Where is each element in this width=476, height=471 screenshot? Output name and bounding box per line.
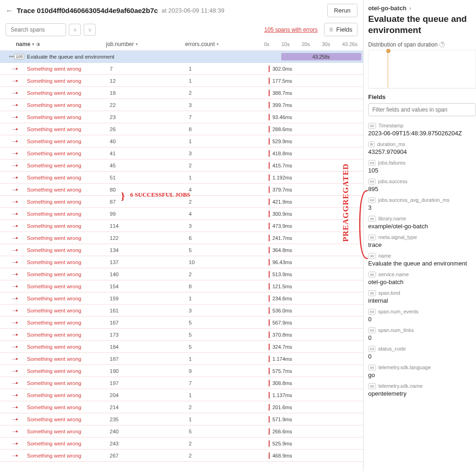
span-job-number: 154 bbox=[110, 284, 189, 289]
field-block[interactable]: str Timestamp 2023-06-09T15:48:39.875026… bbox=[368, 123, 476, 137]
span-row[interactable]: Something went wrong 167 5 567.9ms bbox=[0, 317, 363, 329]
span-row[interactable]: Something went wrong 190 9 575.7ms bbox=[0, 365, 363, 377]
field-block[interactable]: str telemetry.sdk.name opentelemetry bbox=[368, 383, 476, 397]
back-arrow-icon[interactable]: ← bbox=[6, 7, 13, 15]
breadcrumb[interactable]: otel-go-batch › bbox=[368, 5, 476, 12]
span-row[interactable]: Something went wrong 87 2 421.9ms bbox=[0, 196, 363, 208]
field-block[interactable]: str meta.signal_type trace bbox=[368, 234, 476, 248]
filter-fields-input[interactable] bbox=[368, 103, 476, 116]
span-job-number: 22 bbox=[110, 102, 189, 108]
span-name: Something went wrong bbox=[24, 344, 110, 350]
span-duration-label: 1.192ms bbox=[272, 175, 292, 180]
field-block[interactable]: int jobs.success_avg_duration_ms 3 bbox=[368, 197, 476, 211]
span-row[interactable]: Something went wrong 187 1 1.174ms bbox=[0, 353, 363, 365]
span-row[interactable]: Something went wrong 18 2 388.7ms bbox=[0, 87, 363, 99]
span-job-number: 187 bbox=[110, 356, 189, 362]
span-job-number: 114 bbox=[110, 223, 189, 229]
span-row[interactable]: Something went wrong 184 5 324.7ms bbox=[0, 341, 363, 353]
span-timeline-cell: 324.7ms bbox=[268, 341, 363, 352]
span-duration-tick bbox=[269, 162, 270, 169]
field-block[interactable]: str library.name example/otel-go-batch bbox=[368, 216, 476, 230]
span-duration-tick bbox=[269, 404, 270, 411]
field-label: str telemetry.sdk.language bbox=[368, 365, 476, 371]
field-block[interactable]: int span.num_events 0 bbox=[368, 309, 476, 323]
col-name[interactable]: name ▾ ◑ bbox=[16, 41, 106, 47]
field-block[interactable]: str service.name otel-go-batch bbox=[368, 272, 476, 285]
span-row[interactable]: Something went wrong 22 3 399.7ms bbox=[0, 99, 363, 111]
field-block[interactable]: int status_code 0 bbox=[368, 346, 476, 360]
span-row[interactable]: Something went wrong 51 1 1.192ms bbox=[0, 172, 363, 184]
span-grid[interactable]: ••• 105 Evaluate the queue and environme… bbox=[0, 51, 363, 471]
span-errors-count: 10 bbox=[189, 259, 268, 265]
span-row[interactable]: Something went wrong 267 2 468.9ms bbox=[0, 450, 363, 462]
type-badge: flt bbox=[368, 141, 375, 147]
search-spans-input[interactable] bbox=[6, 23, 66, 36]
span-row[interactable]: Something went wrong 134 5 364.8ms bbox=[0, 244, 363, 256]
span-row[interactable]: Something went wrong 214 2 201.6ms bbox=[0, 401, 363, 413]
type-badge: int bbox=[368, 346, 376, 352]
span-row[interactable]: Something went wrong 173 5 370.8ms bbox=[0, 329, 363, 341]
span-row[interactable]: Something went wrong 235 1 571.9ms bbox=[0, 413, 363, 425]
expand-dots-icon[interactable]: ••• bbox=[9, 54, 14, 59]
col-errors-count[interactable]: errors.count ▾ bbox=[185, 41, 264, 47]
field-block[interactable]: str span.kind internal bbox=[368, 290, 476, 304]
span-row[interactable]: Something went wrong 154 8 121.5ms bbox=[0, 280, 363, 292]
span-row[interactable]: Something went wrong 40 1 529.9ms bbox=[0, 135, 363, 147]
span-row[interactable]: Something went wrong 159 1 234.6ms bbox=[0, 292, 363, 305]
span-errors-count: 3 bbox=[189, 102, 268, 108]
span-row[interactable]: Something went wrong 243 2 525.9ms bbox=[0, 438, 363, 450]
span-row[interactable]: Something went wrong 7 1 302.0ms bbox=[0, 63, 363, 75]
span-duration-tick bbox=[269, 368, 270, 374]
col-job-number[interactable]: job.number ▾ bbox=[106, 41, 185, 47]
field-key: meta.signal_type bbox=[378, 234, 417, 240]
span-name: Something went wrong bbox=[24, 272, 110, 277]
span-name: Something went wrong bbox=[24, 296, 110, 301]
field-block[interactable]: int span.num_links 0 bbox=[368, 327, 476, 341]
field-block[interactable]: int jobs.success 895 bbox=[368, 179, 476, 192]
span-row[interactable]: Something went wrong 204 1 1.137ms bbox=[0, 389, 363, 401]
span-row[interactable]: Something went wrong 80 4 379.7ms bbox=[0, 184, 363, 196]
span-job-number: 87 bbox=[110, 199, 189, 205]
span-row[interactable]: Something went wrong 137 10 96.43ms bbox=[0, 256, 363, 268]
span-row[interactable]: Something went wrong 140 2 513.9ms bbox=[0, 268, 363, 280]
span-row[interactable]: Something went wrong 161 3 536.0ms bbox=[0, 305, 363, 317]
field-key: jobs.success bbox=[378, 179, 407, 184]
span-row[interactable]: Something went wrong 114 3 473.9ms bbox=[0, 220, 363, 232]
info-icon[interactable]: ? bbox=[439, 42, 445, 47]
field-value: internal bbox=[368, 297, 476, 304]
field-label: int span.num_events bbox=[368, 309, 476, 315]
span-row[interactable]: Something went wrong 45 2 415.7ms bbox=[0, 159, 363, 172]
span-row[interactable]: Something went wrong 26 8 288.6ms bbox=[0, 123, 363, 135]
span-row[interactable]: Something went wrong 122 6 241.7ms bbox=[0, 232, 363, 244]
rerun-button[interactable]: Rerun bbox=[327, 4, 357, 17]
field-key: duration_ms bbox=[377, 141, 405, 147]
span-duration-label: 388.7ms bbox=[272, 90, 292, 96]
fields-toggle-button[interactable]: ☰ Fields bbox=[324, 23, 357, 36]
span-errors-count: 1 bbox=[189, 296, 268, 301]
span-row[interactable]: Something went wrong 99 4 300.9ms bbox=[0, 208, 363, 220]
span-row[interactable]: Something went wrong 23 7 93.46ms bbox=[0, 111, 363, 123]
span-row[interactable]: Something went wrong 12 1 177.5ms bbox=[0, 75, 363, 87]
next-match-button[interactable]: ∨ bbox=[84, 24, 96, 36]
span-job-number: 235 bbox=[110, 417, 189, 422]
span-timeline-cell: 308.8ms bbox=[268, 377, 363, 389]
span-timeline-cell: 473.9ms bbox=[268, 220, 363, 232]
breadcrumb-service[interactable]: otel-go-batch bbox=[368, 5, 406, 12]
field-block[interactable]: int jobs.failures 105 bbox=[368, 160, 476, 174]
span-row[interactable]: Something went wrong 197 7 308.8ms bbox=[0, 377, 363, 389]
field-block[interactable]: str name Evaluate the queue and environm… bbox=[368, 253, 476, 267]
span-duration-tick bbox=[269, 66, 270, 72]
span-row[interactable]: Something went wrong 240 5 266.6ms bbox=[0, 425, 363, 438]
span-errors-count: 5 bbox=[189, 247, 268, 253]
field-block[interactable]: str telemetry.sdk.language go bbox=[368, 365, 476, 378]
span-errors-count: 4 bbox=[189, 211, 268, 217]
span-job-number: 243 bbox=[110, 441, 189, 446]
spans-with-errors-link[interactable]: 105 spans with errors bbox=[264, 27, 318, 33]
distribution-chart[interactable] bbox=[368, 50, 476, 89]
prev-match-button[interactable]: ∧ bbox=[69, 24, 81, 36]
span-name: Something went wrong bbox=[24, 187, 110, 192]
span-row[interactable]: Something went wrong 41 3 418.8ms bbox=[0, 147, 363, 159]
child-count-badge: 105 bbox=[14, 54, 24, 60]
root-span-row[interactable]: ••• 105 Evaluate the queue and environme… bbox=[0, 51, 363, 63]
field-block[interactable]: flt duration_ms 43257.970904 bbox=[368, 141, 476, 155]
